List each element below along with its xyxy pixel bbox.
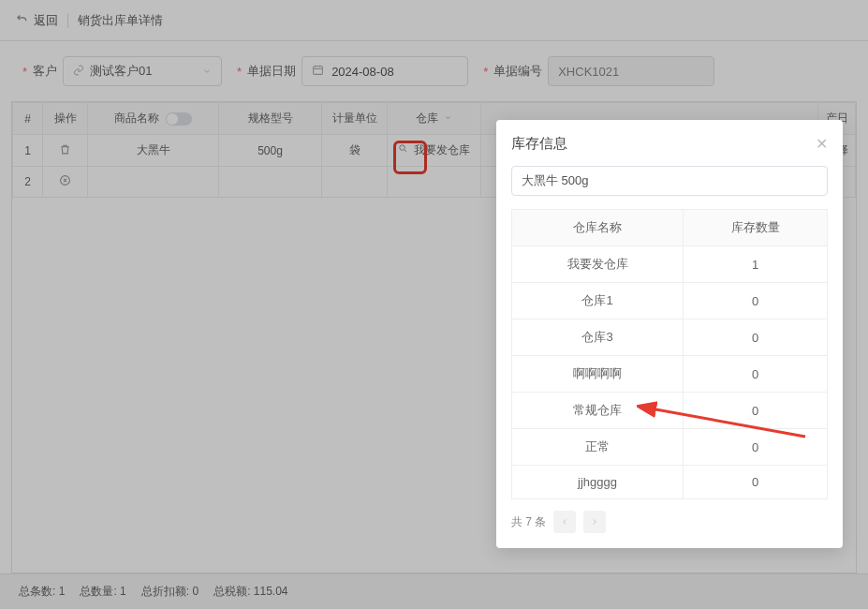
inventory-row[interactable]: 我要发仓库1 (512, 246, 828, 283)
wh-qty: 0 (684, 319, 828, 356)
inventory-table: 仓库名称 库存数量 我要发仓库1仓库10仓库30啊啊啊啊0常规仓库0正常0jjh… (511, 209, 828, 499)
pager-prev-button[interactable] (553, 511, 576, 533)
wh-qty: 0 (684, 429, 828, 466)
wh-qty: 0 (684, 283, 828, 319)
col-wh-qty: 库存数量 (684, 210, 828, 246)
inventory-row[interactable]: 常规仓库0 (512, 393, 828, 429)
wh-qty: 0 (684, 466, 828, 499)
inventory-row[interactable]: 啊啊啊啊0 (512, 356, 828, 393)
modal-title: 库存信息 (511, 135, 567, 153)
wh-name: 仓库1 (512, 283, 684, 319)
inventory-row[interactable]: 仓库10 (512, 283, 828, 319)
inventory-row[interactable]: 仓库30 (512, 319, 828, 356)
pagination: 共 7 条 (511, 511, 828, 533)
inventory-modal: 库存信息 ✕ 大黑牛 500g 仓库名称 库存数量 我要发仓库1仓库10仓库30… (496, 120, 843, 548)
wh-name: jjhgggg (512, 466, 684, 499)
search-value: 大黑牛 500g (522, 172, 589, 189)
col-wh-name: 仓库名称 (512, 210, 684, 246)
pager-total: 共 7 条 (511, 514, 546, 530)
pager-next-button[interactable] (583, 511, 606, 533)
wh-name: 仓库3 (512, 319, 684, 356)
inventory-row[interactable]: 正常0 (512, 429, 828, 466)
inventory-row[interactable]: jjhgggg0 (512, 466, 828, 499)
close-icon[interactable]: ✕ (816, 135, 828, 153)
wh-name: 正常 (512, 429, 684, 466)
wh-name: 常规仓库 (512, 393, 684, 429)
wh-name: 我要发仓库 (512, 246, 684, 283)
wh-qty: 1 (684, 246, 828, 283)
wh-qty: 0 (684, 356, 828, 393)
modal-search-input[interactable]: 大黑牛 500g (511, 166, 828, 196)
wh-qty: 0 (684, 393, 828, 429)
wh-name: 啊啊啊啊 (512, 356, 684, 393)
